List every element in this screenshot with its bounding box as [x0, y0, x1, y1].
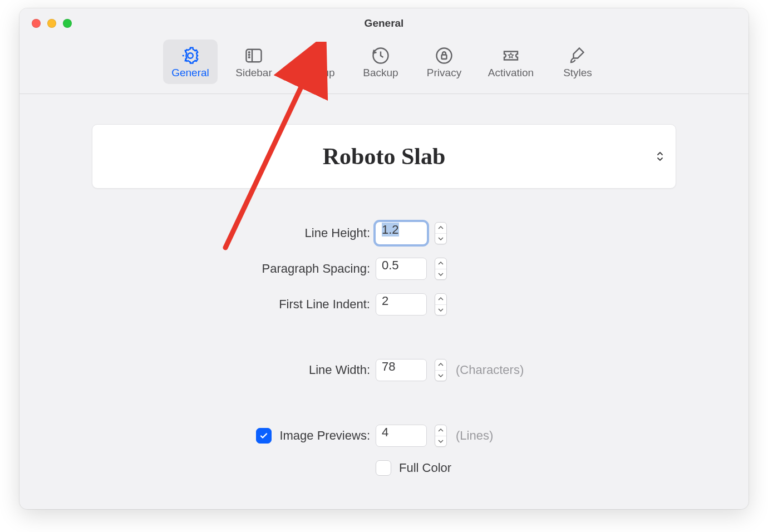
minimize-window-button[interactable]: [47, 19, 56, 28]
stepper-up-icon[interactable]: [435, 294, 446, 305]
line-height-input[interactable]: 1.2: [376, 222, 427, 244]
image-previews-hint: (Lines): [447, 428, 592, 443]
lock-icon: [434, 45, 454, 67]
stepper-up-icon[interactable]: [435, 359, 446, 371]
sidebar-icon: [244, 45, 264, 67]
gear-icon: [180, 45, 200, 67]
tab-markup[interactable]: Markup: [290, 40, 344, 84]
stepper-up-icon[interactable]: [435, 258, 446, 269]
svg-point-8: [318, 51, 320, 53]
traffic-lights: [19, 19, 72, 28]
stepper-down-icon[interactable]: [435, 269, 446, 280]
ticket-icon: [501, 45, 521, 67]
stepper-down-icon[interactable]: [435, 305, 446, 316]
first-line-indent-stepper[interactable]: [435, 293, 447, 316]
svg-point-3: [249, 52, 250, 53]
svg-point-4: [249, 55, 250, 56]
line-width-input[interactable]: 78: [376, 359, 427, 381]
tab-sidebar[interactable]: Sidebar: [227, 40, 281, 84]
stepper-down-icon[interactable]: [435, 371, 446, 381]
font-select-value: Roboto Slab: [323, 143, 446, 170]
tab-label: Sidebar: [235, 67, 272, 79]
tab-label: General: [171, 67, 209, 79]
content-area: Roboto Slab Line Height: 1.2 Paragraph S…: [19, 94, 749, 509]
palette-icon: [307, 45, 327, 67]
backup-icon: [371, 45, 391, 67]
line-width-stepper[interactable]: [435, 359, 447, 381]
settings-form: Line Height: 1.2 Paragraph Spacing: 0.5: [92, 222, 676, 509]
line-width-hint: (Characters): [447, 363, 592, 377]
paragraph-spacing-input[interactable]: 0.5: [376, 258, 427, 280]
svg-point-11: [437, 48, 452, 63]
stepper-up-icon[interactable]: [435, 425, 446, 436]
svg-rect-12: [442, 55, 447, 60]
line-height-stepper[interactable]: [435, 222, 447, 244]
brush-icon: [568, 45, 588, 67]
svg-point-5: [249, 57, 250, 58]
tab-general[interactable]: General: [163, 40, 218, 84]
tab-label: Backup: [363, 67, 398, 79]
image-previews-checkbox[interactable]: [256, 428, 272, 444]
titlebar: General: [19, 8, 749, 38]
tab-privacy[interactable]: Privacy: [417, 40, 471, 84]
tab-label: Styles: [563, 67, 592, 79]
tab-activation[interactable]: Activation: [480, 40, 541, 84]
svg-point-7: [315, 51, 317, 53]
stepper-up-icon[interactable]: [435, 223, 446, 234]
full-color-checkbox[interactable]: [376, 460, 391, 476]
image-previews-input[interactable]: 4: [376, 425, 427, 447]
stepper-down-icon[interactable]: [435, 436, 446, 447]
first-line-indent-label: First Line Indent:: [279, 297, 370, 312]
chevron-up-down-icon: [657, 151, 663, 161]
line-width-label: Line Width:: [309, 363, 370, 377]
paragraph-spacing-stepper[interactable]: [435, 258, 447, 280]
first-line-indent-input[interactable]: 2: [376, 293, 427, 316]
tab-label: Activation: [488, 67, 534, 79]
stepper-down-icon[interactable]: [435, 234, 446, 244]
preferences-window: General General: [19, 8, 749, 509]
window-title: General: [19, 17, 749, 29]
preferences-toolbar: General Sidebar: [19, 38, 749, 94]
tab-label: Privacy: [427, 67, 461, 79]
image-previews-label: Image Previews:: [279, 428, 370, 443]
image-previews-stepper[interactable]: [435, 425, 447, 447]
full-color-label: Full Color: [399, 461, 451, 475]
tab-styles[interactable]: Styles: [550, 40, 605, 84]
font-select[interactable]: Roboto Slab: [92, 124, 676, 189]
close-window-button[interactable]: [32, 19, 41, 28]
zoom-window-button[interactable]: [63, 19, 72, 28]
svg-point-9: [321, 54, 322, 56]
paragraph-spacing-label: Paragraph Spacing:: [262, 262, 370, 276]
tab-label: Markup: [299, 67, 334, 79]
line-height-label: Line Height:: [305, 226, 370, 240]
svg-point-6: [313, 54, 314, 56]
svg-point-0: [188, 53, 193, 58]
tab-backup[interactable]: Backup: [353, 40, 408, 84]
